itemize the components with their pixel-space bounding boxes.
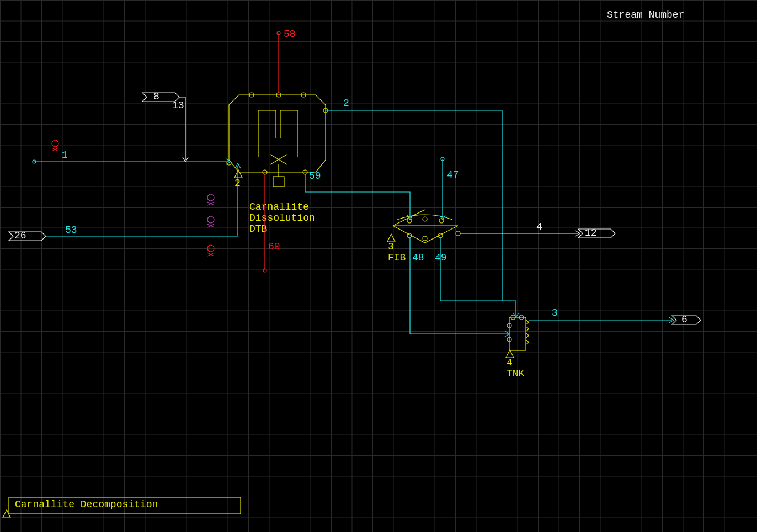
legend-title: Stream Number — [607, 9, 684, 20]
stream-3-label: 3 — [552, 307, 558, 318]
arrow-out-12-label: 12 — [585, 227, 597, 238]
svg-point-28 — [207, 194, 214, 201]
stream-47-line[interactable] — [440, 157, 445, 220]
svg-point-10 — [423, 217, 427, 221]
svg-point-15 — [456, 231, 460, 236]
stream-48-label: 48 — [412, 252, 424, 263]
stream-1-label: 1 — [62, 150, 68, 161]
stream-59-label: 59 — [309, 171, 321, 182]
svg-rect-1 — [273, 177, 284, 187]
arrow-out-6-label: 6 — [681, 314, 687, 325]
unit-fib-name: FIB — [388, 252, 406, 263]
stream-58-line[interactable] — [277, 31, 280, 93]
stream-4-label: 4 — [536, 221, 542, 232]
svg-rect-16 — [509, 317, 526, 350]
stream-48-line[interactable] — [410, 237, 509, 337]
valve-icon-1 — [52, 140, 58, 151]
stream-59-line[interactable] — [305, 174, 413, 220]
stream-53-label: 53 — [65, 225, 77, 236]
stream-49-line[interactable] — [440, 237, 502, 301]
unit-dtb-name-2: Dissolution — [249, 212, 315, 224]
flowsheet-svg: Stream Number 2 Carnallite Dissolution — [0, 0, 757, 532]
svg-point-13 — [423, 236, 427, 241]
unit-fib[interactable] — [387, 210, 460, 243]
valve-icon-magenta-1 — [207, 194, 214, 205]
stream-3-line[interactable] — [529, 317, 674, 323]
unit-fib-id: 3 — [388, 241, 394, 252]
stream-60-label: 60 — [268, 241, 280, 252]
stream-4-line[interactable] — [460, 231, 580, 236]
diagram-canvas: Stream Number 2 Carnallite Dissolution — [0, 0, 757, 532]
unit-tnk-name: TNK — [507, 368, 525, 379]
stream-13-label: 13 — [172, 100, 184, 111]
arrow-in-8-label: 8 — [153, 91, 159, 102]
unit-dtb-name-1: Carnallite — [249, 201, 309, 212]
svg-point-30 — [207, 245, 214, 252]
valve-icon-magenta-2 — [207, 216, 214, 227]
svg-point-29 — [207, 216, 214, 223]
unit-tnk[interactable] — [506, 315, 529, 358]
stream-49-label: 49 — [435, 252, 447, 263]
stream-2-line[interactable] — [326, 110, 519, 317]
valve-icon-red-2 — [207, 245, 214, 256]
title-block-text: Carnallite Decomposition — [15, 499, 158, 510]
svg-point-27 — [52, 140, 58, 147]
unit-tnk-id: 4 — [507, 357, 513, 368]
stream-58-label: 58 — [284, 29, 296, 40]
arrow-in-26-label: 26 — [14, 230, 26, 241]
stream-2-label: 2 — [343, 98, 349, 109]
stream-47-label: 47 — [447, 169, 459, 180]
